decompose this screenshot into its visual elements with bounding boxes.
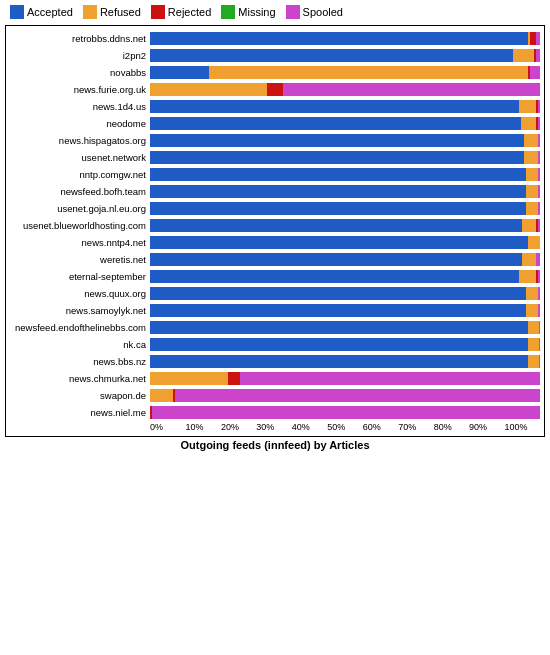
bar-row: newsfeed.bofh.team7510287	[10, 183, 540, 199]
bar-segment-accepted	[150, 32, 528, 45]
row-label: novabbs	[10, 67, 150, 78]
bar-segment-spooled	[538, 185, 540, 198]
bar-wrap	[150, 304, 540, 317]
bar-segment-rejected	[228, 372, 240, 385]
bar-segment-spooled	[536, 253, 540, 266]
bar-segment-refused	[150, 389, 173, 402]
legend-color	[286, 5, 300, 19]
row-label: i2pn2	[10, 50, 150, 61]
bar-segment-refused	[526, 168, 538, 181]
bar-segment-refused	[150, 372, 228, 385]
row-label: usenet.blueworldhosting.com	[10, 220, 150, 231]
bar-row: usenet.blueworldhosting.com6493273	[10, 217, 540, 233]
bar-row: nntp.comgw.net7740292	[10, 166, 540, 182]
bar-segment-spooled	[538, 304, 540, 317]
bar-wrap	[150, 168, 540, 181]
bar-container: 3725443	[150, 81, 540, 97]
legend-color	[83, 5, 97, 19]
bar-row: news.1d4.us7777423	[10, 98, 540, 114]
x-tick: 90%	[469, 422, 504, 432]
bar-container: 74041414	[150, 64, 540, 80]
chart-border: retrobbs.ddns.net74157103i2pn270435888no…	[5, 25, 545, 437]
bar-segment-refused	[528, 236, 540, 249]
row-label: news.bbs.nz	[10, 356, 150, 367]
bar-container: 70435888	[150, 47, 540, 63]
bar-segment-refused	[528, 355, 539, 368]
bar-row: news.hispagatos.org7705316	[10, 132, 540, 148]
bar-row: i2pn270435888	[10, 47, 540, 63]
bar-segment-spooled	[283, 83, 540, 96]
bar-segment-spooled	[539, 355, 540, 368]
legend: AcceptedRefusedRejectedMissingSpooled	[5, 5, 545, 19]
x-tick: 20%	[221, 422, 256, 432]
bar-row: news.quux.org7347259	[10, 285, 540, 301]
row-label: news.nntp4.net	[10, 237, 150, 248]
bar-row: usenet.goja.nl.eu.org7449278	[10, 200, 540, 216]
legend-label: Spooled	[303, 6, 343, 18]
bar-wrap	[150, 338, 540, 351]
bar-segment-accepted	[150, 287, 526, 300]
bar-container: 7449278	[150, 200, 540, 216]
bar-wrap	[150, 32, 540, 45]
bar-segment-refused	[526, 202, 538, 215]
bar-segment-spooled	[536, 49, 540, 62]
bar-segment-refused	[150, 83, 267, 96]
bar-segment-rejected	[267, 83, 283, 96]
x-tick: 80%	[434, 422, 469, 432]
bar-wrap	[150, 321, 540, 334]
bar-segment-spooled	[538, 151, 540, 164]
legend-item-rejected: Rejected	[151, 5, 211, 19]
bar-segment-accepted	[150, 49, 513, 62]
bar-segment-accepted	[150, 185, 526, 198]
bar-row: news.bbs.nz7825243	[10, 353, 540, 369]
bar-container: 7347259	[150, 285, 540, 301]
bar-row: news.niel.me590049	[10, 404, 540, 420]
bar-segment-spooled	[538, 219, 540, 232]
bar-wrap	[150, 219, 540, 232]
bar-segment-refused	[519, 100, 537, 113]
legend-color	[10, 5, 24, 19]
row-label: usenet.network	[10, 152, 150, 163]
bar-container: 7825243	[150, 353, 540, 369]
x-tick: 30%	[256, 422, 291, 432]
bar-wrap	[150, 355, 540, 368]
bar-segment-refused	[528, 321, 540, 334]
bar-row: news.chmurka.net2335214	[10, 370, 540, 386]
bar-segment-accepted	[150, 117, 521, 130]
bar-row: news.furie.org.uk3725443	[10, 81, 540, 97]
bar-row: novabbs74041414	[10, 64, 540, 80]
row-label: newsfeed.bofh.team	[10, 186, 150, 197]
bar-wrap	[150, 100, 540, 113]
row-label: neodome	[10, 118, 150, 129]
legend-item-refused: Refused	[83, 5, 141, 19]
bar-row: weretis.net5790272	[10, 251, 540, 267]
legend-color	[221, 5, 235, 19]
bar-row: retrobbs.ddns.net74157103	[10, 30, 540, 46]
bar-segment-accepted	[150, 338, 528, 351]
bar-segment-refused	[524, 151, 538, 164]
bar-container: 7740292	[150, 166, 540, 182]
row-label: news.furie.org.uk	[10, 84, 150, 95]
bar-wrap	[150, 253, 540, 266]
bar-wrap	[150, 151, 540, 164]
x-tick: 60%	[363, 422, 398, 432]
bar-container: 5790272	[150, 251, 540, 267]
x-tick: 40%	[292, 422, 327, 432]
x-tick: 0%	[150, 422, 185, 432]
row-label: news.samoylyk.net	[10, 305, 150, 316]
bar-wrap	[150, 406, 540, 419]
bar-wrap	[150, 389, 540, 402]
row-label: swapon.de	[10, 390, 150, 401]
bar-segment-accepted	[150, 168, 526, 181]
row-label: weretis.net	[10, 254, 150, 265]
row-label: newsfeed.endofthelinebbs.com	[10, 322, 150, 333]
bar-segment-accepted	[150, 236, 528, 249]
bar-container: 7874253	[150, 319, 540, 335]
bar-wrap	[150, 287, 540, 300]
bar-wrap	[150, 185, 540, 198]
legend-item-missing: Missing	[221, 5, 275, 19]
bar-segment-refused	[521, 117, 537, 130]
row-label: news.quux.org	[10, 288, 150, 299]
bar-container: 65050	[150, 387, 540, 403]
row-label: eternal-september	[10, 271, 150, 282]
